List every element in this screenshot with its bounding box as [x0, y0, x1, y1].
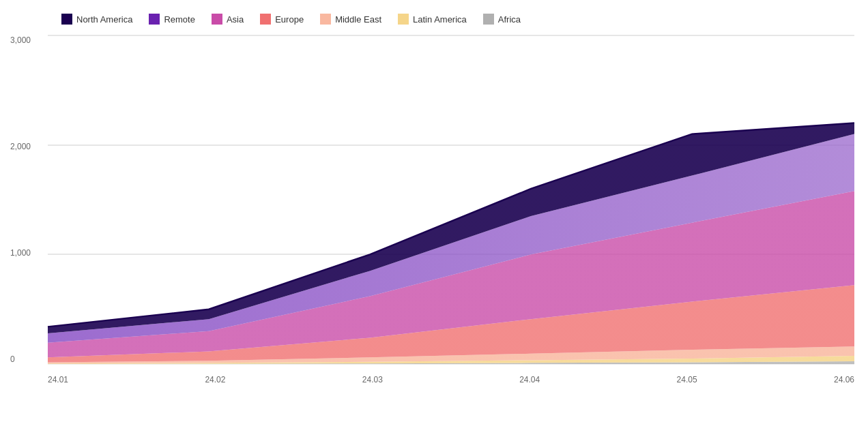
legend-swatch-latin-america [398, 14, 409, 25]
x-axis-label: 24.04 [519, 375, 540, 384]
x-axis-label: 24.03 [362, 375, 383, 384]
x-axis-label: 24.05 [677, 375, 697, 384]
chart-container: North AmericaRemoteAsiaEuropeMiddle East… [0, 0, 868, 424]
y-axis-labels: 3,0002,0001,0000 [10, 35, 31, 364]
legend-swatch-middle-east [320, 14, 331, 25]
x-axis-label: 24.02 [205, 375, 225, 384]
legend-item-north-america: North America [61, 14, 132, 25]
y-axis-label: 1,000 [10, 248, 31, 258]
legend-swatch-africa [483, 14, 494, 25]
chart-legend: North AmericaRemoteAsiaEuropeMiddle East… [48, 14, 854, 25]
legend-item-africa: Africa [483, 14, 521, 25]
legend-label-north-america: North America [76, 14, 132, 25]
main-chart [48, 35, 854, 364]
x-axis-labels: 24.0124.0224.0324.0424.0524.06 [48, 375, 854, 384]
legend-item-europe: Europe [260, 14, 304, 25]
y-axis-label: 2,000 [10, 142, 31, 151]
x-axis-label: 24.06 [834, 375, 854, 384]
x-axis-label: 24.01 [48, 375, 68, 384]
legend-label-remote: Remote [164, 14, 195, 25]
legend-label-europe: Europe [275, 14, 304, 25]
legend-swatch-europe [260, 14, 271, 25]
legend-swatch-asia [212, 14, 222, 25]
legend-item-asia: Asia [212, 14, 244, 25]
legend-label-africa: Africa [498, 14, 521, 25]
legend-label-latin-america: Latin America [413, 14, 467, 25]
legend-item-middle-east: Middle East [320, 14, 381, 25]
legend-swatch-north-america [61, 14, 72, 25]
legend-item-remote: Remote [149, 14, 195, 25]
legend-item-latin-america: Latin America [398, 14, 467, 25]
y-axis-label: 0 [10, 354, 31, 364]
y-axis-label: 3,000 [10, 35, 31, 45]
legend-label-asia: Asia [227, 14, 244, 25]
legend-swatch-remote [149, 14, 160, 25]
legend-label-middle-east: Middle East [335, 14, 381, 25]
